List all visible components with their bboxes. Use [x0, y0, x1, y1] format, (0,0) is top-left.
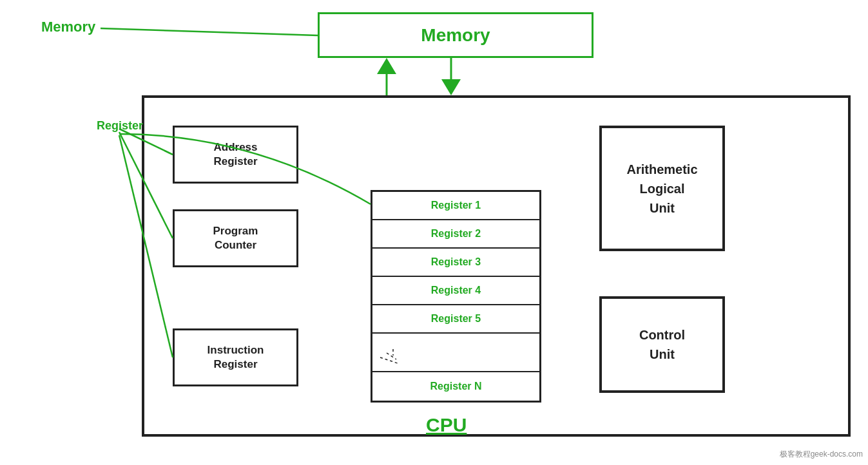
register-n-label: Register N	[430, 381, 481, 392]
register-5-label: Register 5	[431, 313, 481, 325]
register-4-label: Register 4	[431, 285, 481, 296]
memory-side-label: Memory	[41, 19, 95, 35]
register-3-label: Register 3	[431, 256, 481, 268]
watermark: 极客教程geek-docs.com	[780, 449, 863, 460]
svg-marker-4	[441, 79, 461, 95]
memory-box-label: Memory	[421, 25, 490, 46]
cpu-label: CPU	[426, 414, 467, 436]
register-label: Register	[97, 119, 143, 133]
control-unit-label: ControlUnit	[639, 325, 685, 364]
memory-box: Memory	[318, 12, 593, 58]
register-row-n: Register N	[372, 372, 539, 401]
alu-label: ArithemeticLogicalUnit	[626, 160, 697, 218]
register-row-1: Register 1	[372, 192, 539, 220]
register-row-empty	[372, 334, 539, 372]
instruction-register-label: InstructionRegister	[207, 343, 264, 372]
register-row-4: Register 4	[372, 277, 539, 305]
register-row-2: Register 2	[372, 220, 539, 249]
svg-line-0	[101, 28, 318, 35]
register-file: Register 1 Register 2 Register 3 Registe…	[371, 190, 541, 403]
svg-marker-2	[377, 58, 396, 74]
register-row-3: Register 3	[372, 249, 539, 277]
address-register-label: AddressRegister	[213, 140, 257, 169]
register-2-label: Register 2	[431, 228, 481, 240]
instruction-register-box: InstructionRegister	[173, 328, 298, 386]
control-unit-box: ControlUnit	[599, 296, 725, 393]
program-counter-box: ProgramCounter	[173, 209, 298, 267]
address-register-box: AddressRegister	[173, 126, 298, 184]
program-counter-label: ProgramCounter	[213, 224, 258, 252]
alu-box: ArithemeticLogicalUnit	[599, 126, 725, 251]
diagram-container: Memory Memory CPU Register AddressRegist…	[0, 0, 868, 465]
register-1-label: Register 1	[431, 200, 481, 211]
register-row-5: Register 5	[372, 305, 539, 334]
